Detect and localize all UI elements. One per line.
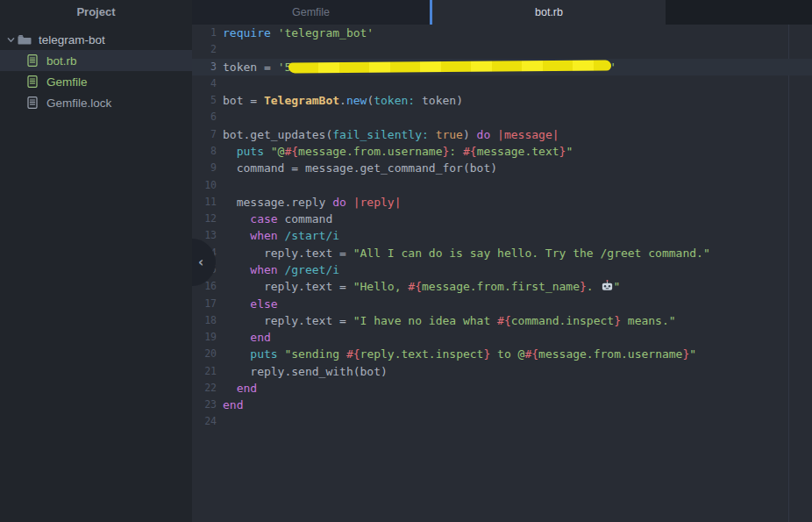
tree-item-gemfile[interactable]: Gemfile <box>0 71 192 92</box>
code-line-text: case command <box>223 211 812 227</box>
code-line-text: reply.send_with(bot) <box>223 363 812 380</box>
line-number: 19 <box>192 329 223 346</box>
code-line-text: reply.text = "All I can do is say hello.… <box>223 245 812 261</box>
code-line-text: when /start/i <box>223 227 812 244</box>
chevron-left-icon: ‹ <box>198 254 203 270</box>
line-number: 4 <box>192 75 223 92</box>
tab-gemfile[interactable]: Gemfile <box>192 0 430 25</box>
line-number: 7 <box>192 126 223 143</box>
code-line-text: end <box>223 397 812 413</box>
line-number: 5 <box>192 92 223 109</box>
code-line-text: end <box>223 329 812 346</box>
code-line-text: token = '5' <box>223 59 812 75</box>
code-editor[interactable]: 1require 'telegram_bot'23token = '5'45bo… <box>192 25 812 522</box>
line-number: 11 <box>192 194 223 211</box>
code-line-text <box>223 177 812 194</box>
line-number: 23 <box>192 397 223 413</box>
code-line-text: bot.get_updates(fail_silently: true) do … <box>223 126 812 143</box>
file-tree: telegram-botbot.rbGemfileGemfile.lock <box>0 24 192 113</box>
code-line[interactable]: 19 end <box>192 329 812 346</box>
line-number: 2 <box>192 41 223 58</box>
code-line[interactable]: 10 <box>192 177 812 194</box>
code-line-text: message.reply do |reply| <box>223 194 812 211</box>
tree-item-label: Gemfile <box>46 75 88 89</box>
code-line[interactable]: 8 puts "@#{message.from.username}: #{mes… <box>192 143 812 160</box>
code-line[interactable]: 5bot = TelegramBot.new(token: token) <box>192 92 812 109</box>
code-line[interactable]: 17 else <box>192 296 812 312</box>
line-number: 12 <box>192 211 223 227</box>
line-number: 1 <box>192 25 223 41</box>
code-line[interactable]: 13 when /start/i <box>192 227 812 244</box>
code-line[interactable]: 3token = '5' <box>192 59 812 75</box>
code-line[interactable]: 15 when /greet/i <box>192 261 812 278</box>
code-line-text: else <box>223 296 812 312</box>
code-line[interactable]: 18 reply.text = "I have no idea what #{c… <box>192 312 812 329</box>
line-number: 17 <box>192 296 223 312</box>
code-line[interactable]: 12 case command <box>192 211 812 227</box>
code-line-text <box>223 41 812 58</box>
code-line[interactable]: 20 puts "sending #{reply.text.inspect} t… <box>192 346 812 362</box>
tree-item-telegram-bot[interactable]: telegram-bot <box>0 29 192 50</box>
code-line-text <box>223 413 812 430</box>
code-line[interactable]: 23end <box>192 397 812 413</box>
tree-item-gemfile-lock[interactable]: Gemfile.lock <box>0 92 192 113</box>
tree-item-label: bot.rb <box>46 54 77 68</box>
sidebar-title: Project <box>0 0 192 24</box>
line-number: 21 <box>192 363 223 380</box>
tab-bar: Gemfilebot.rb <box>192 0 812 25</box>
code-line-text: require 'telegram_bot' <box>223 25 812 41</box>
line-number: 8 <box>192 143 223 160</box>
chevron-down-icon[interactable] <box>4 36 18 44</box>
code-line-text: reply.text = "I have no idea what #{comm… <box>223 312 812 329</box>
redacted-token-highlight <box>288 61 611 74</box>
tab-bot-rb[interactable]: bot.rb <box>432 0 666 25</box>
file-document-icon <box>25 54 39 68</box>
code-line[interactable]: 16 reply.text = "Hello, #{message.from.f… <box>192 278 812 295</box>
line-number: 20 <box>192 346 223 362</box>
code-line[interactable]: 2 <box>192 41 812 58</box>
tree-item-bot-rb[interactable]: bot.rb <box>0 50 192 71</box>
tree-item-label: Gemfile.lock <box>46 97 111 110</box>
line-number: 22 <box>192 380 223 397</box>
tree-item-label: telegram-bot <box>39 33 105 46</box>
code-line[interactable]: 6 <box>192 109 812 125</box>
code-line-text: end <box>223 380 812 397</box>
code-line[interactable]: 14 reply.text = "All I can do is say hel… <box>192 245 812 261</box>
code-line[interactable]: 4 <box>192 75 812 92</box>
ide-window: Project telegram-botbot.rbGemfileGemfile… <box>0 0 812 522</box>
code-line[interactable]: 7bot.get_updates(fail_silently: true) do… <box>192 126 812 143</box>
code-line-text: reply.text = "Hello, #{message.from.firs… <box>223 278 812 295</box>
line-number: 24 <box>192 413 223 430</box>
code-line-text <box>223 109 812 125</box>
code-line-text: command = message.get_command_for(bot) <box>223 160 812 176</box>
code-line-text: bot = TelegramBot.new(token: token) <box>223 92 812 109</box>
file-document-icon <box>25 75 39 89</box>
line-number: 3 <box>192 59 223 75</box>
code-line-text: when /greet/i <box>223 261 812 278</box>
code-line[interactable]: 21 reply.send_with(bot) <box>192 363 812 380</box>
code-line-text <box>223 75 812 92</box>
code-line-text: puts "sending #{reply.text.inspect} to @… <box>223 346 812 362</box>
code-lines: 1require 'telegram_bot'23token = '5'45bo… <box>192 25 812 431</box>
code-line[interactable]: 11 message.reply do |reply| <box>192 194 812 211</box>
code-line[interactable]: 9 command = message.get_command_for(bot) <box>192 160 812 176</box>
code-line-text: puts "@#{message.from.username}: #{messa… <box>223 143 812 160</box>
code-line[interactable]: 24 <box>192 413 812 430</box>
code-line[interactable]: 22 end <box>192 380 812 397</box>
folder-icon <box>18 32 32 46</box>
line-number: 10 <box>192 177 223 194</box>
line-number: 18 <box>192 312 223 329</box>
file-document-icon <box>25 96 39 110</box>
line-number: 9 <box>192 160 223 176</box>
robot-emoji-icon <box>601 279 614 292</box>
code-line[interactable]: 1require 'telegram_bot' <box>192 25 812 41</box>
line-number: 6 <box>192 109 223 125</box>
project-sidebar: Project telegram-botbot.rbGemfileGemfile… <box>0 0 192 522</box>
